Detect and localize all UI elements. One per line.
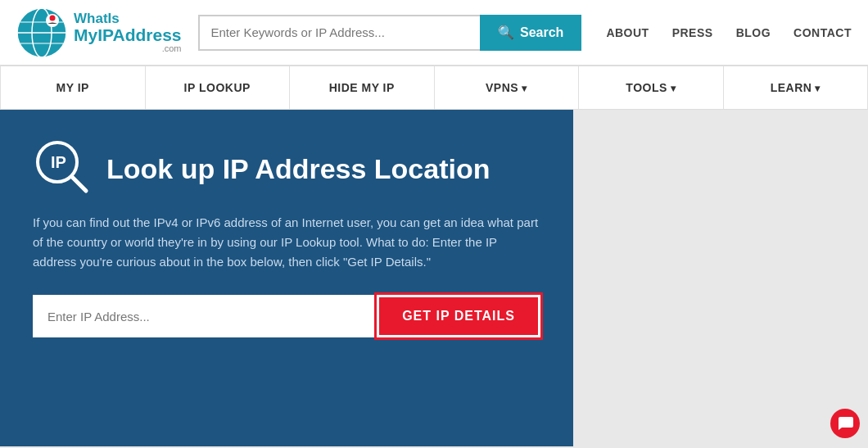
logo-text: WhatIs MyIPAddress .com — [74, 11, 182, 53]
hero-title: Look up IP Address Location — [106, 152, 491, 186]
ip-address-input[interactable] — [33, 295, 377, 337]
search-input[interactable] — [198, 15, 481, 51]
nav-learn[interactable]: LEARN — [724, 66, 869, 109]
logo-whatis-label: WhatIs — [74, 11, 182, 25]
svg-text:IP: IP — [51, 153, 66, 171]
main-navigation: MY IP IP LOOKUP HIDE MY IP VPNS TOOLS LE… — [0, 66, 868, 110]
hero-description: If you can find out the IPv4 or IPv6 add… — [33, 213, 540, 272]
chat-icon[interactable] — [830, 409, 860, 438]
logo[interactable]: WhatIs MyIPAddress .com — [16, 7, 182, 58]
search-icon: 🔍 — [498, 25, 514, 40]
top-nav-blog[interactable]: BLOG — [736, 26, 771, 39]
chat-bubble-icon — [837, 415, 853, 432]
ip-lookup-icon: IP — [33, 139, 92, 198]
top-nav-contact[interactable]: CONTACT — [793, 26, 852, 39]
nav-tools[interactable]: TOOLS — [579, 66, 724, 109]
logo-myipaddress-label: MyIPAddress — [74, 25, 182, 44]
right-panel — [573, 110, 868, 446]
nav-my-ip[interactable]: MY IP — [0, 66, 146, 109]
main-content: IP Look up IP Address Location If you ca… — [0, 110, 868, 446]
page-header: WhatIs MyIPAddress .com 🔍 Search ABOUT P… — [0, 0, 868, 66]
nav-vpns[interactable]: VPNS — [435, 66, 580, 109]
top-nav-about[interactable]: ABOUT — [606, 26, 649, 39]
hero-panel: IP Look up IP Address Location If you ca… — [0, 110, 573, 446]
top-navigation: ABOUT PRESS BLOG CONTACT — [606, 26, 852, 39]
nav-hide-my-ip[interactable]: HIDE MY IP — [290, 66, 435, 109]
search-button-label: Search — [520, 25, 563, 40]
search-area: 🔍 Search — [198, 15, 582, 51]
logo-icon — [16, 7, 67, 58]
nav-ip-lookup[interactable]: IP LOOKUP — [146, 66, 291, 109]
svg-point-7 — [50, 15, 56, 20]
hero-title-row: IP Look up IP Address Location — [33, 139, 540, 198]
logo-com-label: .com — [74, 44, 182, 53]
get-ip-details-button[interactable]: GET IP DETAILS — [377, 295, 540, 337]
top-nav-press[interactable]: PRESS — [672, 26, 713, 39]
search-button[interactable]: 🔍 Search — [480, 15, 581, 51]
svg-line-10 — [72, 177, 86, 191]
ip-input-row: GET IP DETAILS — [33, 295, 540, 337]
